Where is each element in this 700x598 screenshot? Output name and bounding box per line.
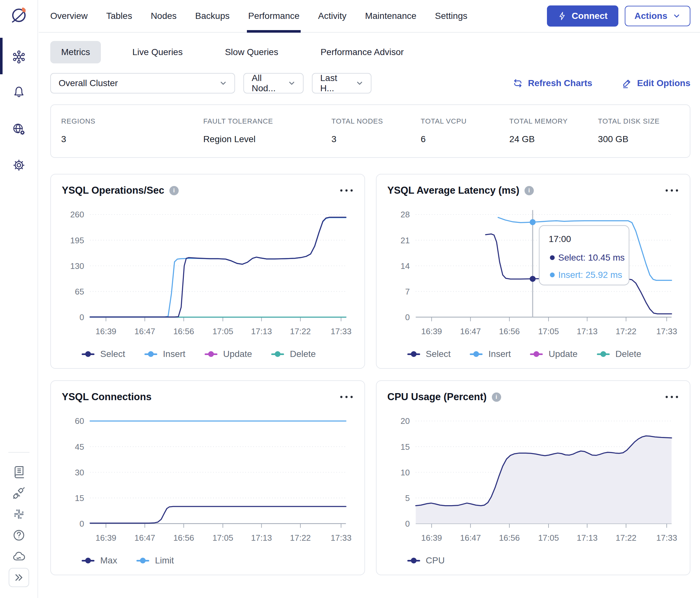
stat-total-vcpu: TOTAL vCPU6 bbox=[421, 117, 509, 145]
svg-text:16:39: 16:39 bbox=[95, 533, 116, 543]
stat-value: 3 bbox=[331, 134, 421, 145]
double-chevron-right-icon bbox=[14, 572, 24, 583]
cluster-select[interactable]: Overall Cluster bbox=[50, 73, 235, 94]
svg-text:65: 65 bbox=[75, 287, 84, 296]
refresh-charts-link[interactable]: Refresh Charts bbox=[513, 78, 593, 88]
svg-text:16:56: 16:56 bbox=[173, 533, 194, 543]
subtab-slow-queries[interactable]: Slow Queries bbox=[214, 41, 289, 63]
hover-marker-select bbox=[530, 276, 536, 282]
chart-menu-button[interactable] bbox=[340, 186, 353, 195]
svg-text:17:05: 17:05 bbox=[538, 327, 559, 336]
svg-text:16:39: 16:39 bbox=[421, 533, 442, 543]
svg-text:0: 0 bbox=[405, 312, 409, 322]
stat-total-disk-size: TOTAL DISK SIZE300 GB bbox=[598, 117, 690, 145]
svg-text:17:13: 17:13 bbox=[577, 327, 598, 336]
sidebar-item-network[interactable] bbox=[9, 120, 28, 139]
legend-item-delete[interactable]: Delete bbox=[271, 349, 316, 359]
legend-item-cpu[interactable]: CPU bbox=[407, 555, 445, 566]
tab-tables[interactable]: Tables bbox=[106, 0, 132, 32]
svg-text:16:56: 16:56 bbox=[499, 327, 520, 336]
chevron-down-icon bbox=[355, 79, 364, 87]
tab-nodes[interactable]: Nodes bbox=[151, 0, 177, 32]
subtab-metrics[interactable]: Metrics bbox=[50, 41, 101, 63]
sidebar-item-docs[interactable] bbox=[9, 462, 28, 482]
tab-maintenance[interactable]: Maintenance bbox=[365, 0, 416, 32]
ellipsis-icon bbox=[340, 395, 353, 399]
legend-item-limit[interactable]: Limit bbox=[136, 555, 174, 566]
chart-legend: SelectInsertUpdateDelete bbox=[407, 349, 679, 359]
sidebar-item-clusters[interactable] bbox=[9, 47, 28, 67]
cloud-icon bbox=[12, 549, 26, 564]
tab-performance[interactable]: Performance bbox=[248, 0, 299, 32]
svg-text:17:22: 17:22 bbox=[616, 533, 636, 543]
sidebar-item-integrations[interactable] bbox=[9, 484, 28, 502]
chart-plot-ysql-latency: 0714212816:3916:4716:5617:0517:1317:2217… bbox=[388, 198, 679, 348]
info-icon bbox=[492, 392, 501, 402]
sidebar-item-alerts[interactable] bbox=[9, 82, 28, 101]
legend-label: Insert bbox=[163, 349, 185, 359]
book-icon bbox=[12, 465, 26, 479]
svg-text:17:22: 17:22 bbox=[290, 533, 311, 543]
chart-plot-cpu-usage: 0510152016:3916:4716:5617:0517:1317:2217… bbox=[388, 405, 679, 555]
svg-text:16:56: 16:56 bbox=[173, 327, 194, 336]
sidebar-item-settings[interactable] bbox=[9, 156, 28, 175]
legend-item-update[interactable]: Update bbox=[530, 349, 577, 359]
sidebar-item-cloud-status[interactable] bbox=[9, 547, 28, 566]
subtab-live-queries[interactable]: Live Queries bbox=[121, 41, 194, 63]
chart-menu-button[interactable] bbox=[665, 186, 679, 195]
sidebar-expand-button[interactable] bbox=[9, 568, 29, 587]
subtab-performance-advisor[interactable]: Performance Advisor bbox=[310, 41, 415, 63]
refresh-icon bbox=[513, 78, 523, 88]
svg-text:17:33: 17:33 bbox=[656, 533, 677, 543]
help-icon bbox=[12, 528, 26, 542]
svg-text:17:13: 17:13 bbox=[251, 327, 272, 336]
chart-card-cpu-usage: CPU Usage (Percent)0510152016:3916:4716:… bbox=[376, 380, 691, 575]
legend-item-insert[interactable]: Insert bbox=[470, 349, 511, 359]
legend-marker bbox=[82, 560, 95, 562]
svg-text:28: 28 bbox=[400, 210, 409, 219]
gear-icon bbox=[12, 158, 26, 172]
series-max bbox=[90, 506, 346, 523]
actions-button[interactable]: Actions bbox=[625, 6, 691, 26]
edit-options-link[interactable]: Edit Options bbox=[622, 78, 691, 88]
tab-activity[interactable]: Activity bbox=[318, 0, 347, 32]
nodes-select[interactable]: All Nod... bbox=[243, 73, 304, 94]
legend-item-max[interactable]: Max bbox=[82, 555, 117, 566]
svg-text:17:05: 17:05 bbox=[538, 533, 559, 543]
svg-text:14: 14 bbox=[400, 261, 409, 271]
chart-title: YSQL Operations/Sec bbox=[62, 185, 164, 196]
chevron-down-icon bbox=[288, 79, 296, 87]
sidebar-item-help[interactable] bbox=[9, 526, 28, 545]
stat-value: 300 GB bbox=[598, 134, 690, 145]
chart-card-ysql-operations: YSQL Operations/Sec06513019526016:3916:4… bbox=[50, 174, 365, 369]
chart-menu-button[interactable] bbox=[665, 392, 679, 402]
sidebar-divider bbox=[8, 452, 29, 453]
legend-marker bbox=[530, 354, 543, 355]
connect-button[interactable]: Connect bbox=[547, 5, 618, 27]
info-icon bbox=[169, 186, 179, 195]
time-range-select[interactable]: Last H... bbox=[312, 73, 372, 94]
chart-menu-button[interactable] bbox=[340, 392, 353, 402]
legend-item-delete[interactable]: Delete bbox=[597, 349, 642, 359]
tab-backups[interactable]: Backups bbox=[195, 0, 230, 32]
svg-text:17:33: 17:33 bbox=[331, 327, 352, 336]
legend-item-select[interactable]: Select bbox=[407, 349, 451, 359]
svg-text:17:22: 17:22 bbox=[290, 327, 311, 336]
legend-item-insert[interactable]: Insert bbox=[144, 349, 185, 359]
svg-text:17:22: 17:22 bbox=[616, 327, 636, 336]
cluster-select-value: Overall Cluster bbox=[58, 78, 118, 88]
sidebar-item-slack[interactable] bbox=[9, 504, 28, 524]
legend-item-select[interactable]: Select bbox=[82, 349, 125, 359]
legend-marker bbox=[136, 560, 149, 562]
legend-item-update[interactable]: Update bbox=[205, 349, 252, 359]
cluster-stats-card: REGIONS3FAULT TOLERANCERegion LevelTOTAL… bbox=[50, 104, 691, 158]
app-logo[interactable] bbox=[9, 5, 28, 24]
top-nav: OverviewTablesNodesBackupsPerformanceAct… bbox=[39, 0, 700, 33]
svg-text:16:39: 16:39 bbox=[421, 327, 442, 336]
svg-text:260: 260 bbox=[70, 210, 84, 219]
series-select bbox=[90, 217, 346, 317]
stat-value: 3 bbox=[61, 134, 203, 145]
tab-overview[interactable]: Overview bbox=[50, 0, 88, 32]
svg-text:30: 30 bbox=[75, 468, 84, 477]
tab-settings[interactable]: Settings bbox=[435, 0, 467, 32]
